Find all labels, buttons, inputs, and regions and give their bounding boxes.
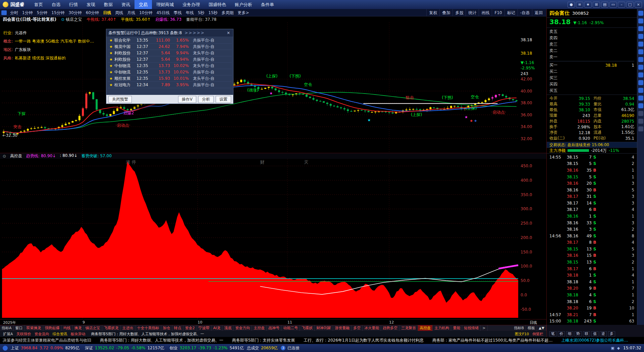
- collapse-icon[interactable]: ⊙: [3, 154, 6, 159]
- alert-row[interactable]: ★联合化学13:35111.001.65%共振平台-自: [108, 37, 232, 44]
- time-sales-list[interactable]: 14:5538.157S438.155S238.1635B138.155S138…: [547, 154, 637, 325]
- tab-高控盘[interactable]: 高控盘: [418, 325, 433, 331]
- rail-icon[interactable]: [638, 18, 643, 23]
- message-icon[interactable]: ▣: [611, 346, 614, 350]
- tab-十全十美指标[interactable]: 十全十美指标: [136, 325, 161, 331]
- dialog-button-设置[interactable]: 设置: [216, 96, 231, 103]
- star-icon[interactable]: ★: [584, 2, 592, 8]
- monitor-icon[interactable]: ▭: [609, 2, 617, 8]
- tab-擒龙[interactable]: 擒龙: [73, 325, 84, 331]
- dialog-button-分析[interactable]: 分析: [198, 96, 214, 103]
- tab-AI龙[interactable]: AI龙: [212, 325, 223, 331]
- ticker-headline[interactable]: 上峰水泥(000672)参股公司长鑫科…: [561, 338, 628, 343]
- tabs-scroll-arrow[interactable]: >: [481, 325, 487, 331]
- index-创业[interactable]: 创业3203.17-39.73-1.23%5491亿: [170, 345, 244, 351]
- menu-item-国盛特色[interactable]: 国盛特色: [204, 0, 230, 9]
- ticker-headline[interactable]: 商务部等5部门：用好大数据、人工智能等技术，加强对虚假交易、一: [100, 338, 223, 343]
- index-上证[interactable]: 上证3968.843.720.09%8295亿: [11, 345, 79, 351]
- connection-status[interactable]: 3 已连接: [281, 345, 300, 351]
- alert-dialog-titlebar[interactable]: 条件预警[运行中] 总品种数:3913 条数:8 >>>>> ×: [106, 29, 233, 37]
- rail-icon[interactable]: [638, 96, 643, 101]
- tab-资金方向[interactable]: 资金方向: [233, 325, 252, 331]
- tab-战神号[interactable]: 战神号: [267, 325, 281, 331]
- period-30分钟[interactable]: 30分钟: [67, 9, 84, 16]
- action-复权[interactable]: 复权: [426, 9, 439, 16]
- shop-treasure-badge[interactable]: ⊙ 镇店之宝: [61, 17, 82, 22]
- action-画线[interactable]: 画线: [479, 9, 492, 16]
- ext-link-图文F10[interactable]: 图文F10: [513, 332, 531, 337]
- quote-tool-联[interactable]: 联: [583, 331, 590, 337]
- tab-加仓[interactable]: 加仓: [161, 325, 172, 331]
- tab-顶底[interactable]: 顶底: [222, 325, 233, 331]
- period-周线[interactable]: 周线: [113, 9, 125, 16]
- ticker-headline[interactable]: 商务部：家电产品每件补贴不超过1500元,每类产品每件补贴不超…: [432, 338, 552, 343]
- menu-item-交易[interactable]: 交易: [135, 0, 152, 9]
- quote-tool-值[interactable]: 值: [591, 331, 598, 337]
- rail-icon[interactable]: [638, 103, 643, 108]
- tab-动能二号[interactable]: 动能二号: [281, 325, 300, 331]
- tab-飞碟妖龙[interactable]: 飞碟妖龙: [102, 325, 121, 331]
- action-多股[interactable]: 多股: [452, 9, 466, 16]
- action--自选[interactable]: -自选: [518, 9, 532, 16]
- rail-icon[interactable]: [638, 126, 643, 131]
- period-15分钟[interactable]: 15分钟: [49, 9, 66, 16]
- action-F10[interactable]: F10: [492, 9, 504, 16]
- alert-row[interactable]: ★桂冠电力12:347.893.95%共振平台-自: [108, 82, 232, 88]
- menu-item-条件单[interactable]: 条件单: [257, 0, 278, 9]
- tab-强势起爆[interactable]: 强势起爆: [43, 325, 62, 331]
- sound-icon[interactable]: ◆: [617, 346, 620, 350]
- period-45日线[interactable]: 45日线: [154, 9, 171, 16]
- minimize-button[interactable]: –: [618, 2, 625, 8]
- menu-item-数据[interactable]: 数据: [100, 0, 117, 9]
- tab-资金2[interactable]: 资金2: [183, 325, 197, 331]
- tab-宁波帮[interactable]: 宁波帮: [197, 325, 212, 331]
- quote-tool-多[interactable]: 多: [608, 331, 615, 337]
- tab-指标A[interactable]: 指标A: [0, 325, 14, 331]
- indicator-name[interactable]: 高控盘: [10, 153, 22, 159]
- tab-均线[interactable]: 均线: [62, 325, 73, 331]
- rail-icon[interactable]: [638, 72, 643, 77]
- indicator-chart-panel[interactable]: 450.0400.0350.0300.0250.0200.0150.0100.0…: [0, 159, 546, 319]
- period-季线[interactable]: 季线: [172, 9, 184, 16]
- rail-icon[interactable]: [638, 119, 643, 124]
- tab-模板[interactable]: 模板: [526, 325, 537, 331]
- menu-item-首页[interactable]: 首页: [30, 0, 47, 9]
- alert-row[interactable]: ★利欧股份12:375.649.94%共振平台-自: [108, 56, 232, 63]
- status-app-icon[interactable]: [3, 346, 8, 351]
- period-月线[interactable]: 月线: [125, 9, 137, 16]
- ticker-headline[interactable]: 决策参与经营主体要兼顾家电产品品质销售与收旧: [3, 338, 91, 343]
- rail-icon[interactable]: [638, 88, 643, 93]
- period-10分钟[interactable]: 10分钟: [137, 9, 154, 16]
- ext-tab-关联报价[interactable]: 关联报价: [15, 332, 33, 337]
- menu-item-理财商城[interactable]: 理财商城: [152, 0, 178, 9]
- rail-icon[interactable]: [638, 111, 643, 116]
- rail-icon[interactable]: [638, 34, 643, 39]
- tab-游资量融[interactable]: 游资量融: [333, 325, 352, 331]
- tab-冰火量能[interactable]: 冰火量能: [363, 325, 381, 331]
- menu-item-账户分析[interactable]: 账户分析: [230, 0, 257, 9]
- rail-icon[interactable]: [638, 49, 643, 54]
- action-统计[interactable]: 统计: [466, 9, 479, 16]
- period-年线[interactable]: 年线: [184, 9, 196, 16]
- ext-tab-板块异动[interactable]: 板块异动: [69, 332, 87, 337]
- tab-三龙聚首[interactable]: 三龙聚首: [399, 325, 418, 331]
- period-1分钟[interactable]: 1分钟: [20, 9, 35, 16]
- period-多周期[interactable]: 多周期: [220, 9, 236, 16]
- menu-item-发现[interactable]: 发现: [82, 0, 100, 9]
- tab-财神到家[interactable]: 财神到家: [315, 325, 333, 331]
- close-alert-button[interactable]: 关闭预警: [108, 96, 132, 103]
- rail-icon[interactable]: [638, 80, 643, 85]
- toolbar-lead-icon[interactable]: [1, 10, 7, 15]
- period-更多>[interactable]: 更多>: [236, 9, 251, 16]
- rail-icon[interactable]: [638, 65, 643, 70]
- ext-tab-综合资讯[interactable]: 综合资讯: [51, 332, 69, 337]
- rail-icon[interactable]: [638, 57, 643, 62]
- alert-row[interactable]: ★视觉中国12:3724.627.94%共振平台-自: [108, 44, 232, 50]
- quote-tool-逆[interactable]: 逆: [600, 331, 607, 337]
- quote-tool-细[interactable]: 细: [566, 331, 573, 337]
- message-icon[interactable]: ●: [568, 2, 575, 8]
- period-5分钟[interactable]: 5分钟: [35, 9, 50, 16]
- tabs-up-down[interactable]: ▲▼: [537, 325, 546, 331]
- apps-icon[interactable]: ⊞: [593, 2, 600, 8]
- restore-button[interactable]: □: [626, 2, 634, 8]
